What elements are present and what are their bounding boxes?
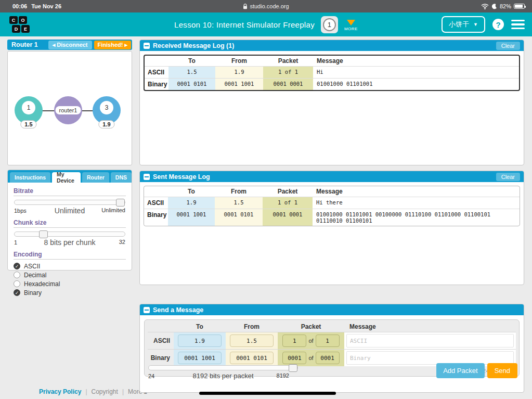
help-icon[interactable]: ?	[492, 19, 504, 30]
table-row: ASCII 1.5 1.9 1 of 1 Hi	[145, 66, 519, 78]
collapse-icon[interactable]	[144, 174, 150, 180]
send-ascii-row: ASCII of	[148, 332, 516, 349]
username: 小饼干	[449, 20, 469, 29]
home-indicator[interactable]	[199, 392, 336, 395]
battery-icon	[514, 4, 525, 9]
hamburger-menu-icon[interactable]	[511, 20, 525, 30]
sent-log-table: To From Packet Message ASCII 1.9 1.5 1 o…	[144, 186, 520, 226]
node-address: 1.9	[98, 120, 114, 128]
privacy-policy-link[interactable]: Privacy Policy	[39, 388, 81, 395]
received-message-log-panel: Received Message Log (1) Clear To From P…	[139, 40, 524, 165]
network-node-3[interactable]: 3 1.9	[93, 96, 121, 124]
device-tab-strip: Instructions My Device Router DNS	[8, 170, 132, 183]
tab-dns[interactable]: DNS	[111, 172, 132, 183]
chunk-max-label: 32	[119, 239, 125, 245]
node-address: 1.5	[20, 120, 36, 128]
internet-simulator-screen: 00:06 Tue Nov 26 studio.code.org 82% C O…	[0, 0, 532, 399]
sent-log-title: Sent Message Log	[153, 173, 210, 181]
send-button[interactable]: Send	[487, 363, 517, 378]
checkbox-unchecked-icon[interactable]	[14, 280, 20, 287]
encoding-option-hexadecimal[interactable]: Hexadecimal	[14, 279, 126, 288]
tab-my-device[interactable]: My Device	[52, 172, 81, 183]
router-panel-title: Router 1	[11, 41, 38, 48]
clear-received-button[interactable]: Clear	[496, 42, 520, 50]
received-log-title: Received Message Log (1)	[153, 42, 234, 49]
checkbox-unchecked-icon[interactable]	[14, 272, 20, 278]
disconnect-button[interactable]: ◂ Disconnect	[48, 41, 92, 49]
router-panel-header: Router 1 ◂ Disconnect Finished! ▸	[7, 40, 132, 50]
packet-size-max-label: 8192	[277, 372, 289, 379]
lesson-title: Lesson 10: Internet Simulator Freeplay	[174, 20, 315, 29]
bitrate-slider-thumb[interactable]	[116, 199, 125, 207]
copyright-link[interactable]: Copyright	[92, 388, 118, 395]
send-panel-title: Send a Message	[153, 306, 203, 314]
ios-status-bar: 00:06 Tue Nov 26 studio.code.org 82%	[0, 0, 532, 12]
app-header: C O D E Lesson 10: Internet Simulator Fr…	[0, 12, 532, 36]
network-visualization: 1 1.5 router1 3 1.9	[7, 51, 132, 165]
received-log-table: To From Packet Message ASCII 1.5 1.9 1 o…	[144, 55, 520, 91]
site-footer: Privacy Policy | Copyright | More ▴	[39, 388, 147, 395]
packet-size-value-label: 8192 bits per packet	[148, 372, 299, 380]
packet-number-ascii-input[interactable]	[282, 334, 306, 347]
collapse-icon[interactable]	[144, 307, 150, 313]
encoding-option-ascii[interactable]: ✓ ASCII	[14, 262, 126, 271]
device-settings-card: Instructions My Device Router DNS Bitrat…	[7, 170, 132, 271]
tab-router[interactable]: Router	[82, 172, 109, 183]
collapse-icon[interactable]	[144, 43, 150, 49]
checkbox-checked-icon[interactable]: ✓	[14, 289, 20, 296]
user-menu-button[interactable]: 小饼干 ▼	[442, 16, 485, 33]
encoding-option-binary[interactable]: ✓ Binary	[14, 288, 126, 297]
status-url: studio.code.org	[250, 3, 289, 9]
more-triangle-icon	[347, 20, 355, 25]
chunk-size-heading: Chunk size	[14, 219, 126, 228]
network-node-1[interactable]: 1 1.5	[15, 96, 43, 124]
add-packet-button[interactable]: Add Packet	[436, 363, 485, 378]
lock-icon	[243, 4, 248, 9]
packet-total-ascii-input[interactable]	[316, 334, 340, 347]
bitrate-heading: Bitrate	[14, 187, 126, 196]
checkbox-checked-icon[interactable]: ✓	[14, 263, 20, 269]
chunk-value-label: 8 bits per chunk	[14, 238, 126, 247]
encoding-heading: Encoding	[14, 251, 126, 260]
packet-size-slider-thumb[interactable]	[289, 364, 297, 372]
to-ascii-input[interactable]	[178, 334, 222, 347]
network-node-router1[interactable]: router1	[54, 96, 82, 124]
chunk-size-slider[interactable]	[14, 231, 125, 237]
encoding-option-decimal[interactable]: Decimal	[14, 271, 126, 279]
bitrate-slider[interactable]	[14, 200, 125, 205]
caret-down-icon: ▼	[473, 22, 478, 27]
battery-percent: 82%	[500, 3, 511, 9]
clear-sent-button[interactable]: Clear	[496, 173, 520, 181]
wifi-icon	[481, 4, 489, 9]
level-number: 1	[323, 18, 336, 31]
finished-button[interactable]: Finished! ▸	[94, 41, 131, 49]
level-bubble[interactable]: 1	[321, 16, 338, 33]
table-row: Binary 0001 1001 0001 0101 0001 0001 010…	[144, 209, 520, 226]
from-ascii-input[interactable]	[230, 334, 274, 347]
sent-message-log-panel: Sent Message Log Clear To From Packet Me…	[139, 171, 524, 285]
table-row: ASCII 1.9 1.5 1 of 1 Hi there	[144, 197, 520, 209]
packet-size-slider[interactable]	[148, 365, 298, 370]
tab-instructions[interactable]: Instructions	[10, 172, 50, 183]
chunk-size-slider-thumb[interactable]	[39, 230, 48, 238]
more-dropdown[interactable]: MORE	[344, 20, 358, 31]
send-message-panel: Send a Message To From Packet Message AS…	[139, 304, 524, 393]
moon-icon	[491, 4, 497, 9]
message-ascii-input[interactable]	[346, 334, 514, 347]
table-row: Binary 0001 0101 0001 1001 0001 0001 010…	[145, 78, 519, 90]
bitrate-max-label: Unlimited	[101, 207, 125, 213]
